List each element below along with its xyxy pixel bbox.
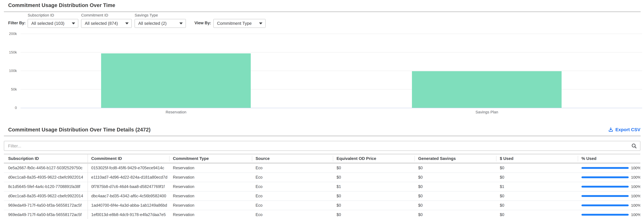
cell-subscription-id: d0ec1ca8-8a35-4935-9622-cbefc9922014 (4, 191, 88, 200)
savings-type-dropdown-value: All selected (2) (138, 21, 166, 26)
gridline (20, 34, 642, 34)
usage-percent-label: 100% (631, 163, 640, 172)
column-divider (88, 154, 88, 219)
cell-source: Eco (252, 201, 333, 210)
page-title: Commitment Usage Distribution Over Time (8, 2, 115, 8)
cell-equivalent-od-price: $0 (333, 191, 414, 200)
cell-used-percent: 100% (578, 182, 640, 191)
section-divider (4, 136, 641, 136)
y-tick-label: 100k (2, 69, 17, 73)
cell-commitment-type: Reservation (169, 173, 252, 182)
cell-source: Eco (252, 173, 333, 182)
filter-bar: Filter By: Subscription ID All selected … (8, 13, 266, 28)
cell-used-percent: 100% (578, 191, 640, 200)
column-header-commitment-type: Commitment Type (169, 154, 252, 163)
cell-used-dollars: $0 (496, 191, 578, 200)
savings-type-dropdown[interactable]: All selected (2) (134, 19, 186, 28)
subscription-id-dropdown-value: All selected (103) (31, 21, 64, 26)
chevron-down-icon (72, 23, 75, 25)
table-row: d0ec1ca8-8a35-4935-9622-cbefc9922014dbc4… (4, 191, 640, 201)
usage-progress-bar (582, 186, 629, 187)
usage-percent-label: 100% (631, 201, 640, 210)
view-by-filter: Commitment Type (213, 19, 266, 28)
download-icon (608, 127, 614, 132)
cell-equivalent-od-price: $0 (333, 173, 414, 182)
cell-subscription-id: d0ec1ca8-8a35-4935-9622-cbefc9922014 (4, 173, 88, 182)
cell-commitment-type: Reservation (169, 182, 252, 191)
table-filter-box (4, 141, 640, 151)
chevron-down-icon (125, 23, 128, 25)
search-icon (631, 143, 637, 149)
chevron-down-icon (179, 23, 183, 25)
gridline (20, 52, 642, 53)
cell-source: Eco (252, 191, 333, 200)
y-tick-label: 150k (2, 50, 17, 55)
details-header: Commitment Usage Distribution Over Time … (8, 126, 640, 133)
cell-subscription-id: 8c1d5645-5fef-4a4c-b120-7708891fa38f (4, 182, 88, 191)
usage-progress-bar (582, 195, 629, 197)
filter-by-label: Filter By: (8, 21, 26, 25)
y-tick-label: 50k (2, 87, 17, 92)
section-divider (4, 12, 641, 12)
bar-savings-plan (412, 71, 562, 108)
cell-used-percent: 100% (578, 173, 640, 182)
cell-equivalent-od-price: $0 (333, 210, 414, 219)
table-row: 8c1d5645-5fef-4a4c-b120-7708891fa38f0f78… (4, 182, 640, 191)
cell-generated-savings: $0 (414, 191, 496, 200)
cell-used-percent: 100% (578, 201, 640, 210)
commitment-id-dropdown[interactable]: All selected (874) (81, 19, 132, 28)
x-category-label: Savings Plan (454, 110, 519, 114)
cell-commitment-type: Reservation (169, 201, 252, 210)
cell-equivalent-od-price: $1 (333, 182, 414, 191)
bar-reservation (101, 53, 251, 108)
cell-used-percent: 100% (578, 163, 640, 172)
details-title: Commitment Usage Distribution Over Time … (8, 127, 150, 133)
export-csv-button[interactable]: Export CSV (608, 127, 640, 132)
cell-subscription-id: 969eda49-717f-4a50-bf3a-56558172ac5f (4, 201, 88, 210)
commitment-id-filter-label: Commitment ID (81, 13, 132, 18)
column-header-commitment-id: Commitment ID (88, 154, 169, 163)
cell-commitment-id: 0f7875b8-d7c6-46d4-baa8-d58247769f1f (88, 182, 169, 191)
usage-percent-label: 100% (631, 182, 640, 191)
cell-used-dollars: $1 (496, 182, 578, 191)
column-header-source: Source (252, 154, 333, 163)
x-axis-line (20, 108, 642, 108)
column-header-equivalent-od-price: Equivalent OD Price (333, 154, 414, 163)
savings-type-filter: Savings Type All selected (2) (134, 13, 186, 28)
gridline (20, 89, 642, 90)
cell-used-dollars: $0 (496, 210, 578, 219)
cell-equivalent-od-price: $0 (333, 163, 414, 172)
column-header--used: % Used (578, 154, 640, 163)
cell-source: Eco (252, 182, 333, 191)
view-by-dropdown-value: Commitment Type (217, 21, 252, 26)
y-tick-label: 200k (2, 32, 17, 36)
details-table: Subscription IDCommitment IDCommitment T… (4, 154, 640, 219)
table-body: 0e5a2667-fb0c-4456-b127-503f2529750c0153… (4, 163, 640, 219)
cell-generated-savings: $0 (414, 173, 496, 182)
column-header-subscription-id: Subscription ID (4, 154, 88, 163)
y-tick-label: 0 (2, 106, 17, 110)
table-row: 969eda49-717f-4a50-bf3a-56558172ac5f1ad4… (4, 201, 640, 210)
cell-generated-savings: $0 (414, 201, 496, 210)
usage-percent-label: 100% (631, 191, 640, 200)
table-row: d0ec1ca8-8a35-4935-9622-cbefc9922014e111… (4, 173, 640, 182)
cell-used-dollars: $0 (496, 163, 578, 172)
column-header-generated-savings: Generated Savings (414, 154, 496, 163)
cell-used-percent: 100% (578, 210, 640, 219)
cell-commitment-id: dbc4aac7-bd35-4342-af6c-4c56b9582400 (88, 191, 169, 200)
table-filter-input[interactable] (8, 143, 631, 149)
gridline (20, 71, 642, 71)
view-by-dropdown[interactable]: Commitment Type (213, 19, 266, 28)
cell-commitment-type: Reservation (169, 191, 252, 200)
cell-generated-savings: $0 (414, 182, 496, 191)
commitment-id-filter: Commitment ID All selected (874) (81, 13, 132, 28)
cell-commitment-id: 1ad40700-6f4e-4a3d-abba-1ab1249a86bd (88, 201, 169, 210)
cell-subscription-id: 969eda49-717f-4a50-bf3a-56558172ac5f (4, 210, 88, 219)
subscription-id-dropdown[interactable]: All selected (103) (28, 19, 78, 28)
cell-commitment-id: e1110ad7-4d96-4d22-824a-d181a80ecd7d (88, 173, 169, 182)
cell-subscription-id: 0e5a2667-fb0c-4456-b127-503f2529750c (4, 163, 88, 172)
cell-source: Eco (252, 210, 333, 219)
cell-commitment-type: Reservation (169, 163, 252, 172)
usage-progress-bar (582, 167, 629, 169)
view-by-label: View By: (194, 21, 211, 25)
